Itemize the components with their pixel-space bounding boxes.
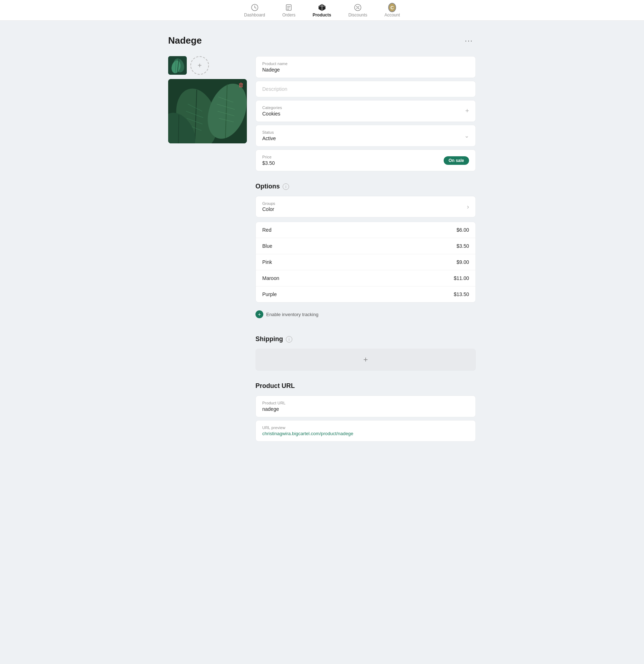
- nav-products[interactable]: Products: [313, 4, 331, 18]
- more-options-button[interactable]: ···: [462, 35, 476, 46]
- options-title: Options: [255, 183, 280, 190]
- image-thumbs: +: [168, 56, 247, 75]
- content-grid: +: [168, 56, 476, 443]
- orders-icon: [285, 4, 293, 11]
- variant-price-red: $6.00: [457, 227, 469, 233]
- page-container: Nadege ··· +: [161, 21, 483, 457]
- product-url-value: nadege: [262, 406, 469, 412]
- delete-image-button[interactable]: 🗑: [238, 82, 244, 88]
- page-title: Nadege: [168, 35, 202, 46]
- variant-price-blue: $3.50: [457, 243, 469, 249]
- price-value: $3.50: [262, 160, 275, 166]
- thumbnail-image[interactable]: [168, 56, 187, 75]
- description-field[interactable]: Description: [255, 81, 476, 97]
- variant-row-purple[interactable]: Purple $13.50: [256, 286, 475, 302]
- price-label: Price: [262, 155, 275, 159]
- product-name-value: Nadege: [262, 67, 469, 73]
- shipping-info-icon[interactable]: i: [286, 336, 292, 343]
- variant-row-red[interactable]: Red $6.00: [256, 222, 475, 238]
- variant-name-pink: Pink: [262, 259, 272, 265]
- status-value: Active: [262, 136, 276, 141]
- variant-price-pink: $9.00: [457, 259, 469, 265]
- inventory-row: + Enable inventory tracking: [255, 310, 476, 318]
- top-navigation: Dashboard Orders Products: [0, 0, 644, 21]
- page-header: Nadege ···: [168, 35, 476, 46]
- variant-row-maroon[interactable]: Maroon $11.00: [256, 270, 475, 286]
- on-sale-badge: On sale: [444, 156, 469, 165]
- product-url-label: Product URL: [262, 401, 469, 405]
- main-product-image: 🗑: [168, 79, 247, 143]
- shipping-title: Shipping: [255, 335, 283, 343]
- groups-value: Color: [262, 206, 275, 212]
- product-url-section-header: Product URL: [255, 382, 476, 390]
- categories-field[interactable]: Categories Cookies +: [255, 100, 476, 122]
- groups-card[interactable]: Groups Color ›: [255, 196, 476, 217]
- categories-value: Cookies: [262, 111, 282, 117]
- shipping-section-header: Shipping i: [255, 335, 476, 343]
- discounts-icon: [354, 4, 362, 11]
- inventory-label: Enable inventory tracking: [266, 312, 318, 317]
- variant-name-purple: Purple: [262, 291, 277, 297]
- variant-name-maroon: Maroon: [262, 275, 279, 281]
- add-category-icon[interactable]: +: [465, 107, 469, 115]
- groups-chevron-icon: ›: [467, 203, 469, 211]
- url-preview-value: christinagwira.bigcartel.com/product/nad…: [262, 431, 469, 436]
- image-section: +: [168, 56, 247, 143]
- product-name-field[interactable]: Product name Nadege: [255, 56, 476, 78]
- svg-point-3: [356, 6, 357, 7]
- nav-account-label: Account: [384, 13, 400, 18]
- product-url-field[interactable]: Product URL nadege: [255, 395, 476, 417]
- categories-label: Categories: [262, 105, 282, 110]
- products-icon: [318, 4, 326, 11]
- nav-discounts[interactable]: Discounts: [348, 4, 367, 18]
- url-preview-label: URL preview: [262, 426, 469, 430]
- variant-name-red: Red: [262, 227, 272, 233]
- status-chevron-icon: ⌄: [464, 132, 469, 139]
- variant-row-pink[interactable]: Pink $9.00: [256, 254, 475, 270]
- add-image-button[interactable]: +: [190, 56, 209, 75]
- url-preview-field: URL preview christinagwira.bigcartel.com…: [255, 420, 476, 442]
- variant-name-blue: Blue: [262, 243, 272, 249]
- nav-dashboard[interactable]: Dashboard: [244, 4, 265, 18]
- options-section-header: Options i: [255, 183, 476, 190]
- nav-orders[interactable]: Orders: [282, 4, 296, 18]
- nav-account[interactable]: C Account: [384, 4, 400, 18]
- status-field[interactable]: Status Active ⌄: [255, 125, 476, 147]
- svg-point-4: [358, 8, 359, 9]
- status-label: Status: [262, 130, 276, 134]
- avatar: C: [388, 3, 396, 12]
- variant-price-maroon: $11.00: [454, 275, 469, 281]
- variants-card: Red $6.00 Blue $3.50 Pink $9.00 Maroon $…: [255, 222, 476, 303]
- form-section: Product name Nadege Description Categori…: [255, 56, 476, 443]
- description-placeholder: Description: [262, 86, 469, 92]
- options-info-icon[interactable]: i: [283, 183, 289, 190]
- groups-label: Groups: [262, 201, 275, 206]
- variant-row-blue[interactable]: Blue $3.50: [256, 238, 475, 254]
- nav-products-label: Products: [313, 13, 331, 18]
- product-url-title: Product URL: [255, 382, 295, 390]
- product-name-label: Product name: [262, 62, 469, 66]
- nav-discounts-label: Discounts: [348, 13, 367, 18]
- price-field[interactable]: Price $3.50 On sale: [255, 149, 476, 171]
- nav-orders-label: Orders: [282, 13, 296, 18]
- variant-price-purple: $13.50: [454, 291, 469, 297]
- account-icon: C: [388, 4, 396, 11]
- add-shipping-button[interactable]: +: [255, 349, 476, 371]
- nav-dashboard-label: Dashboard: [244, 13, 265, 18]
- dashboard-icon: [251, 4, 259, 11]
- enable-inventory-icon[interactable]: +: [255, 310, 263, 318]
